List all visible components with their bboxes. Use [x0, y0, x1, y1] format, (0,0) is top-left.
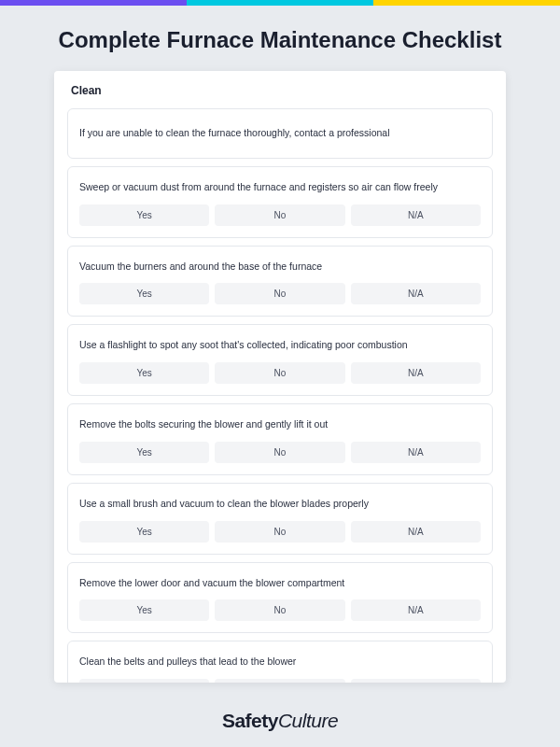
checklist-item-text: Remove the lower door and vacuum the blo… — [79, 576, 481, 591]
options-row: YesNoN/A — [79, 521, 481, 543]
option-yes-button[interactable]: Yes — [79, 599, 209, 621]
checklist-item-text: Sweep or vacuum dust from around the fur… — [79, 180, 481, 195]
checklist-card: Clean If you are unable to clean the fur… — [54, 71, 506, 683]
accent-cyan — [187, 0, 373, 6]
checklist-item-text: Clean the belts and pulleys that lead to… — [79, 655, 481, 669]
section-title: Clean — [71, 84, 493, 97]
option-na-button[interactable]: N/A — [351, 442, 481, 463]
accent-purple — [0, 0, 187, 6]
options-row: YesNoN/A — [79, 362, 481, 384]
option-yes-button[interactable]: Yes — [79, 283, 209, 304]
option-no-button[interactable]: No — [215, 521, 344, 543]
checklist-item: Clean the belts and pulleys that lead to… — [67, 641, 493, 683]
option-no-button[interactable]: No — [215, 362, 344, 384]
option-na-button[interactable]: N/A — [351, 521, 481, 543]
checklist-item: Use a small brush and vacuum to clean th… — [67, 483, 493, 555]
options-row: YesNoN/A — [79, 599, 481, 621]
checklist-item-text: Vacuum the burners and around the base o… — [79, 260, 481, 275]
checklist-item: Vacuum the burners and around the base o… — [67, 246, 493, 317]
option-yes-button[interactable]: Yes — [79, 442, 209, 463]
option-no-button[interactable]: No — [215, 599, 344, 621]
checklist-item-text: Use a flashlight to spot any soot that's… — [79, 338, 481, 353]
checklist-item: If you are unable to clean the furnace t… — [67, 108, 493, 159]
option-yes-button[interactable]: Yes — [79, 204, 209, 226]
checklist-item-text: Remove the bolts securing the blower and… — [79, 417, 481, 432]
checklist-item-text: Use a small brush and vacuum to clean th… — [79, 497, 481, 512]
options-row: YesNoN/A — [79, 442, 481, 463]
option-na-button[interactable]: N/A — [351, 204, 481, 226]
options-row: YesNoN/A — [79, 679, 481, 683]
page-title: Complete Furnace Maintenance Checklist — [37, 26, 523, 54]
option-no-button[interactable]: No — [215, 679, 344, 683]
option-yes-button[interactable]: Yes — [79, 679, 209, 683]
option-na-button[interactable]: N/A — [351, 283, 481, 304]
accent-yellow — [373, 0, 560, 6]
option-yes-button[interactable]: Yes — [79, 362, 209, 384]
footer-logo: SafetyCulture — [0, 710, 560, 732]
checklist-item: Remove the lower door and vacuum the blo… — [67, 562, 493, 634]
option-na-button[interactable]: N/A — [351, 679, 481, 683]
logo-part2: Culture — [278, 710, 338, 731]
option-no-button[interactable]: No — [215, 204, 344, 226]
option-na-button[interactable]: N/A — [351, 362, 481, 384]
option-na-button[interactable]: N/A — [351, 599, 481, 621]
option-no-button[interactable]: No — [215, 283, 344, 304]
checklist-item-text: If you are unable to clean the furnace t… — [79, 126, 481, 141]
top-accent-bar — [0, 0, 560, 6]
option-no-button[interactable]: No — [215, 442, 344, 463]
options-row: YesNoN/A — [79, 283, 481, 304]
checklist-item: Use a flashlight to spot any soot that's… — [67, 324, 493, 396]
options-row: YesNoN/A — [79, 204, 481, 226]
checklist-item: Remove the bolts securing the blower and… — [67, 403, 493, 475]
items-container: If you are unable to clean the furnace t… — [67, 108, 493, 683]
option-yes-button[interactable]: Yes — [79, 521, 209, 543]
logo-part1: Safety — [222, 710, 278, 731]
checklist-item: Sweep or vacuum dust from around the fur… — [67, 166, 493, 238]
